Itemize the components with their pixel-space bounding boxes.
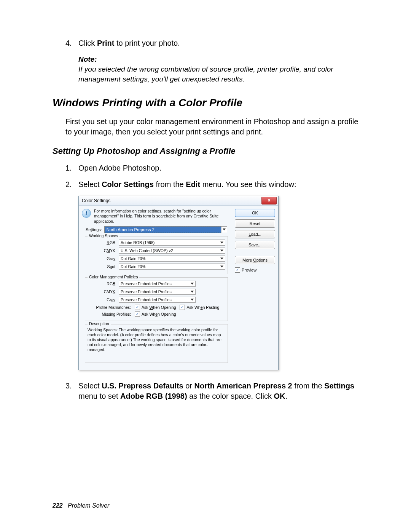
more-options-button[interactable]: More Options [235, 256, 275, 264]
rgb-label: RGB: [88, 281, 116, 286]
cmyk-label: CMYK: [88, 248, 116, 253]
step-text: Click Print to print your photo. [78, 38, 358, 48]
text: Click [78, 39, 97, 47]
cmyk-policy-dropdown[interactable]: Preserve Embedded Profiles [119, 289, 196, 295]
gray-value: Dot Gain 20% [121, 256, 145, 261]
dialog-right-pane: OK Reset Load... Save... More Options ✓ … [235, 209, 275, 366]
gray-label: Gray: [88, 256, 116, 261]
spot-value: Dot Gain 20% [121, 264, 145, 269]
button-label: Save... [249, 243, 261, 247]
text: as the color space. Click [187, 392, 274, 400]
dialog-screenshot: Color Settings x i For more information … [78, 196, 358, 370]
cmyk-policy-row: CMYK: Preserve Embedded Profiles [88, 289, 225, 295]
intro-paragraph: First you set up your color management e… [65, 117, 358, 137]
bold-print: Print [97, 39, 115, 47]
button-label: OK [252, 211, 258, 215]
policies-group: Color Management Policies RGB: Preserve … [85, 277, 228, 321]
settings-value-text: North America Prepress 2 [107, 227, 155, 232]
group-title: Working Spaces [88, 233, 119, 238]
rgb-label: RGB: [88, 240, 116, 245]
missing-profiles-row: Missing Profiles: ✓ Ask When Opening [88, 312, 225, 317]
bold: North American Prepress 2 [194, 382, 292, 390]
chevron-down-icon [220, 257, 223, 259]
step-1: 1. Open Adobe Photoshop. [65, 163, 358, 173]
preview-check[interactable]: ✓ Preview [235, 267, 275, 273]
settings-dropdown[interactable]: North America Prepress 2 [104, 226, 227, 233]
ok-button[interactable]: OK [235, 209, 275, 217]
button-label: Reset [250, 221, 261, 226]
cmyk-value: U.S. Web Coated (SWOP) v2 [121, 248, 173, 253]
gray-policy-dropdown[interactable]: Preserve Embedded Profiles [119, 297, 196, 303]
step-4: 4. Click Print to print your photo. [65, 38, 358, 48]
info-row: i For more information on color settings… [82, 209, 231, 224]
ask-when-pasting-check[interactable]: ✓ Ask When Pasting [180, 305, 219, 310]
dialog-left-pane: i For more information on color settings… [82, 209, 231, 366]
profile-mismatches-label: Profile Mismatches: [88, 305, 131, 310]
bold: U.S. Prepress Defaults [102, 382, 183, 390]
settings-row: Settings: North America Prepress 2 [86, 226, 227, 233]
gray-policy-value: Preserve Embedded Profiles [121, 297, 172, 302]
spot-row: Spot: Dot Gain 20% [88, 264, 225, 270]
text: from the [154, 180, 186, 189]
check-label: Ask When Opening [142, 312, 176, 316]
check-label: Ask When Pasting [186, 305, 219, 310]
settings-label: Settings: [86, 227, 102, 232]
rgb-dropdown[interactable]: Adobe RGB (1998) [119, 240, 225, 246]
text: menu. You see this window: [200, 180, 296, 189]
page-number: 222 [53, 502, 63, 509]
description-group: Description Working Spaces: The working … [85, 324, 228, 363]
step-number: 1. [65, 163, 78, 173]
text: to print your photo. [114, 39, 180, 47]
chevron-down-icon [220, 249, 223, 251]
bold-color-settings: Color Settings [102, 180, 154, 189]
ask-when-opening-check[interactable]: ✓ Ask When Opening [135, 305, 176, 310]
save-button[interactable]: Save... [235, 241, 275, 249]
step-text: Open Adobe Photoshop. [78, 163, 358, 173]
reset-button[interactable]: Reset [235, 219, 275, 228]
step-2: 2. Select Color Settings from the Edit m… [65, 179, 358, 190]
gray-label: Gray: [88, 297, 116, 302]
chevron-down-icon [191, 291, 194, 292]
bold: Adobe RGB (1998) [120, 392, 187, 400]
check-label: Ask When Opening [142, 305, 176, 310]
rgb-policy-dropdown[interactable]: Preserve Embedded Profiles [119, 281, 196, 287]
gray-dropdown[interactable]: Dot Gain 20% [119, 256, 225, 262]
checkbox-icon: ✓ [135, 312, 140, 317]
chevron-down-icon [220, 241, 223, 243]
note-heading: Note: [78, 55, 358, 64]
bold: Settings [324, 382, 354, 390]
rgb-value: Adobe RGB (1998) [121, 240, 155, 245]
bold-edit: Edit [186, 180, 200, 189]
note-block: Note: If you selected the wrong combinat… [78, 55, 358, 84]
step-number: 4. [65, 38, 78, 48]
chevron-down-icon [191, 283, 194, 284]
step-number: 2. [65, 179, 78, 190]
note-body: If you selected the wrong combination of… [78, 64, 358, 84]
step-number: 3. [65, 381, 78, 401]
close-button[interactable]: x [261, 197, 277, 204]
chevron-down-icon [221, 227, 227, 233]
cmyk-dropdown[interactable]: U.S. Web Coated (SWOP) v2 [119, 248, 225, 254]
missing-profiles-label: Missing Profiles: [88, 312, 131, 316]
description-text: Working Spaces: The working space specif… [88, 328, 225, 353]
cmyk-label: CMYK: [88, 289, 116, 294]
info-text: For more information on color settings, … [94, 209, 231, 224]
text: . [285, 392, 288, 400]
working-spaces-group: Working Spaces RGB: Adobe RGB (1998) CMY… [85, 236, 228, 274]
color-settings-dialog: Color Settings x i For more information … [78, 196, 279, 370]
spot-dropdown[interactable]: Dot Gain 20% [119, 264, 225, 270]
step-3: 3. Select U.S. Prepress Defaults or Nort… [65, 381, 358, 401]
missing-ask-when-opening-check[interactable]: ✓ Ask When Opening [135, 312, 176, 317]
text: Select [78, 180, 102, 189]
group-title: Color Management Policies [88, 275, 139, 279]
cmyk-row: CMYK: U.S. Web Coated (SWOP) v2 [88, 248, 225, 254]
step-text: Select U.S. Prepress Defaults or North A… [78, 381, 358, 401]
dialog-titlebar: Color Settings x [79, 196, 278, 206]
document-page: 4. Click Print to print your photo. Note… [0, 0, 411, 532]
checkbox-icon: ✓ [135, 305, 140, 310]
load-button[interactable]: Load... [235, 230, 275, 238]
info-icon: i [82, 209, 91, 218]
text: Select [78, 382, 102, 390]
dialog-title: Color Settings [82, 198, 110, 203]
check-label: Preview [242, 268, 256, 272]
